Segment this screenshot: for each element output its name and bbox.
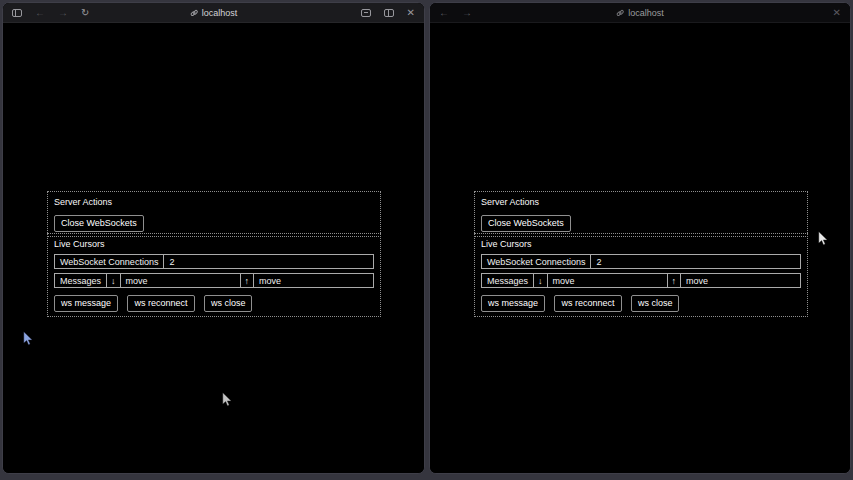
- ws-buttons-row: ws message ws reconnect ws close: [54, 292, 374, 312]
- link-icon: [616, 9, 624, 17]
- back-button[interactable]: ←: [35, 8, 45, 18]
- browser-window-left: ← → ↻ localhost ✕ Server Actions: [2, 2, 425, 474]
- title-bar: ← → ↻ localhost ✕: [3, 3, 424, 23]
- connections-label: WebSocket Connections: [55, 255, 163, 268]
- browser-window-right: ← → localhost ✕ Server Actions Close Web…: [429, 2, 851, 474]
- arrow-up-icon: ↑: [240, 274, 254, 287]
- close-websockets-button[interactable]: Close WebSockets: [481, 215, 571, 232]
- forward-button[interactable]: →: [58, 8, 68, 18]
- connections-row: WebSocket Connections 2: [481, 254, 801, 269]
- mouse-pointer-icon: [818, 231, 828, 246]
- ws-close-button[interactable]: ws close: [204, 295, 253, 312]
- ws-reconnect-button[interactable]: ws reconnect: [127, 295, 194, 312]
- close-icon[interactable]: ✕: [407, 8, 415, 18]
- split-view-icon[interactable]: [384, 9, 394, 17]
- arrow-down-icon: ↓: [533, 274, 547, 287]
- connections-value: 2: [163, 255, 373, 268]
- ws-message-button[interactable]: ws message: [481, 295, 545, 312]
- title-bar: ← → localhost ✕: [430, 3, 850, 23]
- live-cursors-title: Live Cursors: [54, 239, 374, 249]
- ws-reconnect-button[interactable]: ws reconnect: [554, 295, 621, 312]
- server-actions-title: Server Actions: [54, 197, 374, 207]
- page-content: Server Actions Close WebSockets Live Cur…: [430, 23, 850, 473]
- forward-button[interactable]: →: [462, 8, 472, 18]
- live-cursors-panel: Live Cursors WebSocket Connections 2 Mes…: [47, 233, 381, 317]
- toolbar-right-group: ✕: [361, 8, 415, 18]
- ws-message-button[interactable]: ws message: [54, 295, 118, 312]
- live-cursors-title: Live Cursors: [481, 239, 801, 249]
- remote-live-cursor-icon: [23, 331, 33, 346]
- address-title[interactable]: localhost: [190, 8, 238, 18]
- arrow-down-icon: ↓: [106, 274, 120, 287]
- outgoing-message-value: move: [253, 274, 373, 287]
- toolbar-left-group: ← →: [439, 8, 472, 18]
- ws-buttons-row: ws message ws reconnect ws close: [481, 292, 801, 312]
- server-actions-panel: Server Actions Close WebSockets: [474, 191, 808, 237]
- page-content: Server Actions Close WebSockets Live Cur…: [3, 23, 424, 473]
- toolbar-left-group: ← → ↻: [12, 8, 89, 18]
- reload-button[interactable]: ↻: [81, 8, 89, 18]
- link-icon: [190, 9, 198, 17]
- back-button[interactable]: ←: [439, 8, 449, 18]
- toolbar-right-group: ✕: [833, 8, 841, 18]
- messages-label: Messages: [55, 274, 106, 287]
- outgoing-message-value: move: [680, 274, 800, 287]
- mouse-pointer-icon: [222, 392, 232, 407]
- connections-value: 2: [590, 255, 800, 268]
- live-cursors-panel: Live Cursors WebSocket Connections 2 Mes…: [474, 233, 808, 317]
- arrow-up-icon: ↑: [667, 274, 681, 287]
- messages-row: Messages ↓ move ↑ move: [481, 273, 801, 288]
- ws-close-button[interactable]: ws close: [631, 295, 680, 312]
- server-actions-title: Server Actions: [481, 197, 801, 207]
- page-title: localhost: [628, 8, 664, 18]
- address-title[interactable]: localhost: [616, 8, 664, 18]
- page-settings-icon[interactable]: [361, 9, 371, 17]
- incoming-message-value: move: [120, 274, 240, 287]
- close-icon[interactable]: ✕: [833, 8, 841, 18]
- messages-label: Messages: [482, 274, 533, 287]
- connections-label: WebSocket Connections: [482, 255, 590, 268]
- server-actions-panel: Server Actions Close WebSockets: [47, 191, 381, 237]
- incoming-message-value: move: [547, 274, 667, 287]
- page-title: localhost: [202, 8, 238, 18]
- close-websockets-button[interactable]: Close WebSockets: [54, 215, 144, 232]
- messages-row: Messages ↓ move ↑ move: [54, 273, 374, 288]
- connections-row: WebSocket Connections 2: [54, 254, 374, 269]
- sidebar-toggle-icon[interactable]: [12, 9, 22, 17]
